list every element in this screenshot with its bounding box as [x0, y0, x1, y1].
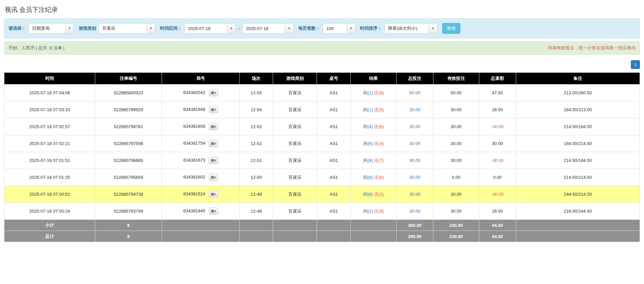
cell-result: 闲(6) 庄(4) [351, 135, 397, 152]
result-banker: 庄(7) [374, 158, 384, 163]
round-id: 634382042 [183, 90, 205, 95]
header-session: 场次 [239, 73, 273, 85]
cell-table-no: AS1 [317, 152, 351, 169]
cell-session: 12-55 [239, 85, 273, 101]
cell-game: 百家乐 [273, 203, 317, 220]
date-to-select[interactable]: 2025-07-18 ▼ [242, 23, 294, 33]
cell-table-no: AS1 [317, 85, 351, 101]
table-row: 2025-07-18 07:02:57 522665798761 6343818… [4, 118, 640, 135]
result-player: 闲(1) [363, 90, 373, 95]
cell-session: 12-50 [239, 169, 273, 186]
header-payout: 总派彩 [479, 73, 516, 85]
cell-total-bet[interactable]: 30.00 [396, 135, 433, 152]
cell-payout: -30.00 [479, 186, 516, 203]
cell-total-bet[interactable]: 30.00 [396, 169, 433, 186]
cell-remark: 184.50/213.00 [516, 101, 640, 118]
cell-total-bet[interactable]: 30.00 [396, 152, 433, 169]
video-replay-icon[interactable] [209, 106, 218, 113]
cell-bet-id: 522665799929 [95, 101, 162, 118]
cell-result: 闲(1) 庄(8) [351, 85, 397, 101]
chevron-down-icon: ▼ [285, 24, 293, 33]
video-replay-icon[interactable] [209, 157, 218, 164]
cell-bet-id: 522665800923 [95, 85, 162, 101]
result-player: 闲(2) [363, 209, 373, 214]
time-range-group: 时间区间： 2025-07-18 ▼ ~ 2025-07-18 ▼ [160, 23, 294, 33]
cell-game: 百家乐 [273, 152, 317, 169]
chevron-down-icon: ▼ [429, 24, 437, 33]
cell-remark: 214.50/214.50 [516, 169, 640, 186]
game-type-value: 百家乐 [99, 24, 146, 33]
table-row: 2025-07-18 07:02:21 522665797556 6343817… [4, 135, 640, 152]
table-row: 2025-07-18 07:00:52 522665794738 6343815… [4, 186, 640, 203]
grand-total-valid-bet: 230.00 [433, 231, 479, 242]
cell-payout: -30.00 [479, 118, 516, 135]
cell-round: 634381754 [162, 135, 239, 152]
result-player: 闲(8) [363, 192, 373, 197]
subtotal-label: 小计 [4, 220, 95, 231]
result-banker: 庄(5) [374, 107, 384, 112]
table-row: 2025-07-18 07:00:24 522665793749 6343814… [4, 203, 640, 220]
cell-session: 12-52 [239, 135, 273, 152]
header-remark: 备注 [516, 73, 640, 85]
page-size-select[interactable]: 100 ▼ [323, 23, 355, 33]
currency-summary: 币别：人民币 | 总共 :8 注单 | [8, 45, 64, 51]
cell-valid-bet: 50.00 [433, 85, 479, 101]
cell-bet-id: 522665796665 [95, 152, 162, 169]
page-button-1[interactable]: 1 [631, 60, 640, 69]
result-player: 闲(4) [363, 124, 373, 129]
chevron-down-icon: ▼ [227, 24, 235, 33]
cell-time: 2025-07-18 07:02:57 [4, 118, 95, 135]
info-bar: 币别：人民币 | 总共 :8 注单 | 同局有效投注，统一计算在该局第一张注单内 [4, 41, 640, 55]
query-type-select[interactable]: 日期查询 ▼ [28, 23, 74, 33]
time-range-label: 时间区间： [160, 25, 182, 31]
result-player: 闲(6) [363, 141, 373, 146]
cell-result: 闲(1) 庄(5) [351, 101, 397, 118]
cell-session: 12-54 [239, 101, 273, 118]
cell-time: 2025-07-18 07:01:25 [4, 169, 95, 186]
video-replay-icon[interactable] [209, 123, 218, 130]
sort-value: 降幂(由大到小) [385, 24, 429, 33]
cell-total-bet[interactable]: 50.00 [396, 85, 433, 101]
table-row: 2025-07-18 07:03:33 522665799929 6343819… [4, 101, 640, 118]
cell-remark: 214.50/184.50 [516, 152, 640, 169]
game-type-select[interactable]: 百家乐 ▼ [99, 23, 155, 33]
cell-session: 12-48 [239, 203, 273, 220]
cell-result: 闲(9) 庄(7) [351, 152, 397, 169]
header-time: 时间 [4, 73, 95, 85]
cell-session: 12-51 [239, 152, 273, 169]
table-row: 2025-07-18 07:01:25 522665795859 6343816… [4, 169, 640, 186]
video-replay-icon[interactable] [209, 174, 218, 181]
game-type-label: 游戏类别 [79, 25, 96, 31]
cell-time: 2025-07-18 07:03:33 [4, 101, 95, 118]
date-from-value: 2025-07-18 [185, 24, 227, 33]
cell-session: 12-53 [239, 118, 273, 135]
cell-valid-bet: 30.00 [433, 203, 479, 220]
cell-total-bet[interactable]: 30.00 [396, 203, 433, 220]
cell-time: 2025-07-18 07:04:06 [4, 85, 95, 101]
date-from-select[interactable]: 2025-07-18 ▼ [184, 23, 236, 33]
video-replay-icon[interactable] [209, 208, 218, 215]
result-banker: 庄(8) [374, 90, 384, 95]
cell-payout: 47.50 [479, 85, 516, 101]
sort-select[interactable]: 降幂(由大到小) ▼ [384, 23, 437, 33]
grand-total-total-bet: 260.00 [396, 231, 433, 242]
cell-time: 2025-07-18 07:01:51 [4, 152, 95, 169]
cell-total-bet[interactable]: 30.00 [396, 186, 433, 203]
video-replay-icon[interactable] [209, 89, 218, 96]
subtotal-total-bet: 260.00 [396, 220, 433, 231]
video-replay-icon[interactable] [209, 191, 218, 198]
cell-payout: 30.00 [479, 135, 516, 152]
round-id: 634381754 [183, 141, 205, 146]
header-game: 游戏类别 [273, 73, 317, 85]
header-round: 局号 [162, 73, 239, 85]
query-type-group: 请选择： 日期查询 ▼ [8, 23, 74, 33]
date-to-value: 2025-07-18 [243, 24, 285, 33]
query-button[interactable]: 查询 [442, 23, 460, 34]
cell-total-bet[interactable]: 30.00 [396, 101, 433, 118]
result-player: 闲(9) [363, 158, 373, 163]
grand-total-payout: 44.50 [479, 231, 516, 242]
cell-total-bet[interactable]: 30.00 [396, 118, 433, 135]
video-replay-icon[interactable] [209, 140, 218, 147]
query-type-value: 日期查询 [29, 24, 65, 33]
cell-game: 百家乐 [273, 85, 317, 101]
